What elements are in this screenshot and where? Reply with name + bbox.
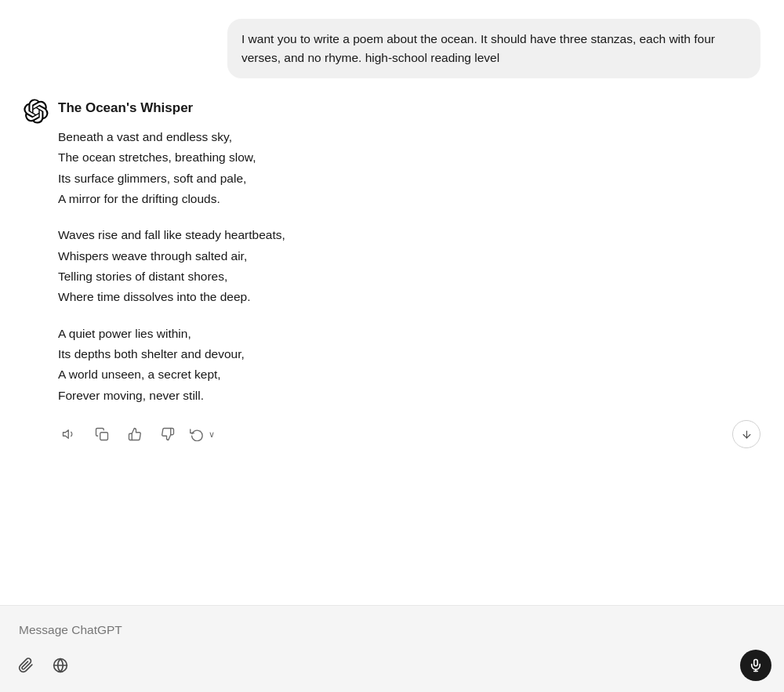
scroll-down-button[interactable] [732, 420, 760, 448]
globe-button[interactable] [47, 652, 74, 679]
thumbs-down-icon [161, 427, 175, 441]
arrow-down-icon [741, 429, 753, 440]
regenerate-icon [190, 427, 204, 441]
user-message-bubble: I want you to write a poem about the oce… [227, 19, 760, 78]
ai-message-wrapper: The Ocean's Whisper Beneath a vast and e… [16, 97, 768, 448]
read-aloud-button[interactable] [58, 423, 80, 445]
action-bar: ∨ [58, 420, 760, 448]
user-message-text: I want you to write a poem about the oce… [241, 32, 715, 64]
poem-line-1-3: Its surface glimmers, soft and pale, [58, 168, 760, 189]
copy-button[interactable] [91, 423, 113, 445]
copy-icon [95, 427, 109, 441]
poem-line-2-4: Where time dissolves into the deep. [58, 287, 760, 307]
voice-button[interactable] [740, 650, 771, 681]
input-row [13, 617, 771, 643]
chat-container: I want you to write a poem about the oce… [0, 0, 784, 605]
bottom-left-icons [13, 652, 74, 679]
speaker-icon [62, 427, 76, 441]
poem-line-1-4: A mirror for the drifting clouds. [58, 189, 760, 209]
microphone-icon [749, 658, 763, 672]
ai-message-header: The Ocean's Whisper [24, 97, 760, 124]
thumbs-up-button[interactable] [124, 423, 146, 445]
poem-line-3-4: Forever moving, never still. [58, 386, 760, 406]
input-area [0, 605, 784, 692]
globe-icon [53, 658, 68, 673]
thumbs-up-icon [128, 427, 142, 441]
poem-line-3-1: A quiet power lies within, [58, 324, 760, 344]
poem-line-2-2: Whispers weave through salted air, [58, 246, 760, 266]
thumbs-down-button[interactable] [157, 423, 179, 445]
poem-title: The Ocean's Whisper [58, 97, 193, 116]
poem-line-1-1: Beneath a vast and endless sky, [58, 127, 760, 147]
user-message-wrapper: I want you to write a poem about the oce… [16, 19, 768, 78]
poem-line-3-2: Its depths both shelter and devour, [58, 344, 760, 364]
stanza-2: Waves rise and fall like steady heartbea… [58, 225, 760, 307]
stanza-3: A quiet power lies within, Its depths bo… [58, 324, 760, 406]
regenerate-button[interactable]: ∨ [190, 427, 215, 441]
poem-line-2-3: Telling stories of distant shores, [58, 266, 760, 287]
poem-body: Beneath a vast and endless sky, The ocea… [58, 127, 760, 406]
chatgpt-logo-icon [24, 99, 49, 124]
message-input[interactable] [13, 620, 771, 640]
paperclip-icon [18, 658, 34, 673]
input-bottom-row [13, 650, 771, 681]
stanza-1: Beneath a vast and endless sky, The ocea… [58, 127, 760, 209]
svg-rect-1 [100, 433, 108, 440]
svg-rect-5 [754, 660, 758, 666]
regenerate-chevron: ∨ [209, 429, 215, 440]
poem-line-3-3: A world unseen, a secret kept, [58, 364, 760, 385]
poem-line-1-2: The ocean stretches, breathing slow, [58, 147, 760, 168]
action-buttons-left: ∨ [58, 423, 215, 445]
svg-marker-0 [64, 430, 69, 439]
attach-button[interactable] [13, 652, 39, 679]
poem-line-2-1: Waves rise and fall like steady heartbea… [58, 225, 760, 245]
